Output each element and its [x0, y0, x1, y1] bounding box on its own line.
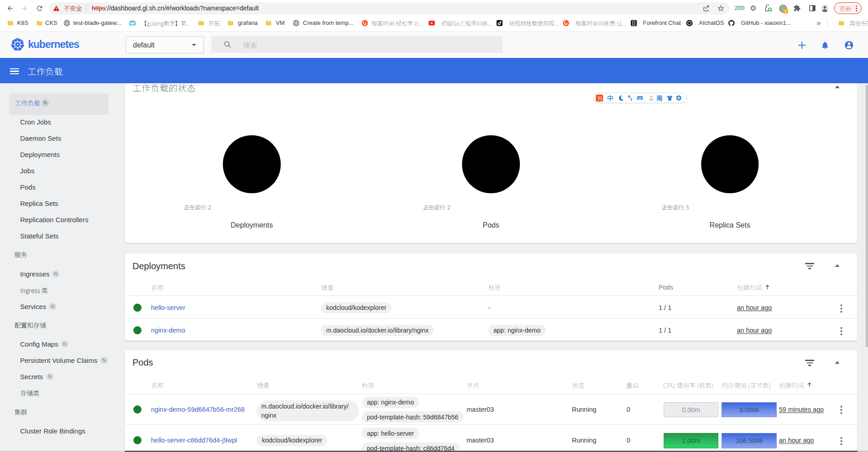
svg-text:3: 3	[784, 9, 787, 14]
